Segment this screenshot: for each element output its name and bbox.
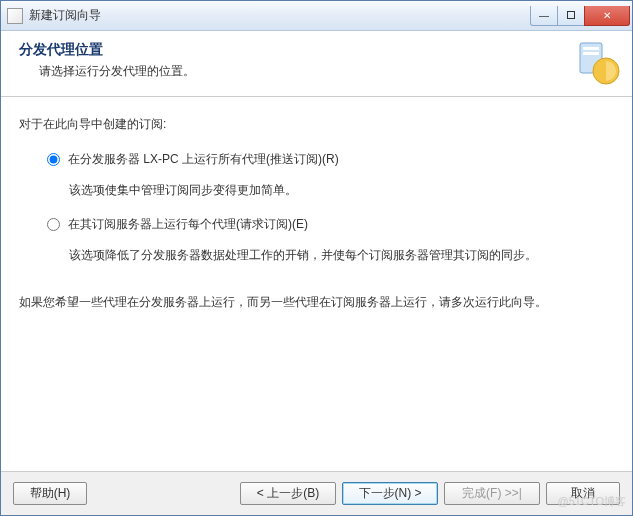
radio-push-label: 在分发服务器 LX-PC 上运行所有代理(推送订阅)(R) (68, 150, 339, 169)
radio-pull[interactable] (47, 218, 60, 231)
wizard-header-icon (574, 39, 622, 87)
cancel-button[interactable]: 取消 (546, 482, 620, 505)
wizard-footer: 帮助(H) < 上一步(B) 下一步(N) > 完成(F) >>| 取消 (1, 471, 632, 515)
app-icon (7, 8, 23, 24)
next-button[interactable]: 下一步(N) > (342, 482, 438, 505)
radio-push[interactable] (47, 153, 60, 166)
titlebar: 新建订阅向导 — ✕ (1, 1, 632, 31)
note-text: 如果您希望一些代理在分发服务器上运行，而另一些代理在订阅服务器上运行，请多次运行… (19, 293, 614, 312)
radio-pull-label: 在其订阅服务器上运行每个代理(请求订阅)(E) (68, 215, 308, 234)
maximize-button[interactable] (557, 6, 585, 26)
svg-rect-2 (583, 52, 599, 55)
push-description: 该选项使集中管理订阅同步变得更加简单。 (69, 181, 614, 200)
intro-text: 对于在此向导中创建的订阅: (19, 115, 614, 134)
back-button[interactable]: < 上一步(B) (240, 482, 336, 505)
wizard-content: 对于在此向导中创建的订阅: 在分发服务器 LX-PC 上运行所有代理(推送订阅)… (1, 97, 632, 312)
option-push: 在分发服务器 LX-PC 上运行所有代理(推送订阅)(R) 该选项使集中管理订阅… (47, 150, 614, 200)
option-pull: 在其订阅服务器上运行每个代理(请求订阅)(E) 该选项降低了分发服务器数据处理工… (47, 215, 614, 265)
help-button[interactable]: 帮助(H) (13, 482, 87, 505)
window-title: 新建订阅向导 (29, 7, 531, 24)
finish-button: 完成(F) >>| (444, 482, 540, 505)
close-button[interactable]: ✕ (584, 6, 630, 26)
pull-description: 该选项降低了分发服务器数据处理工作的开销，并使每个订阅服务器管理其订阅的同步。 (69, 246, 614, 265)
window-controls: — ✕ (531, 6, 630, 26)
page-subtitle: 请选择运行分发代理的位置。 (39, 63, 620, 80)
wizard-header: 分发代理位置 请选择运行分发代理的位置。 (1, 31, 632, 97)
svg-rect-1 (583, 47, 599, 50)
wizard-window: 新建订阅向导 — ✕ 分发代理位置 请选择运行分发代理的位置。 对于在此向导中创… (0, 0, 633, 516)
page-title: 分发代理位置 (19, 41, 620, 59)
minimize-button[interactable]: — (530, 6, 558, 26)
